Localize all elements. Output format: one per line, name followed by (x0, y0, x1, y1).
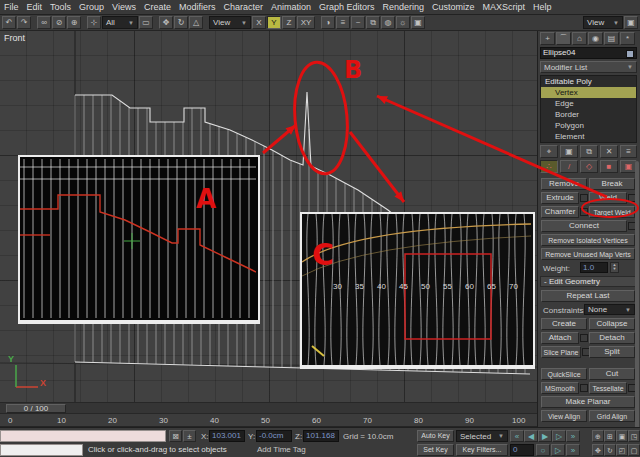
zoom-extents-icon[interactable]: ▣ (616, 430, 628, 442)
tab-hierarchy-icon[interactable]: ⌂ (572, 32, 587, 45)
object-name-field[interactable]: Ellipse04 (540, 47, 637, 59)
stack-item-polygon[interactable]: Polygon (541, 120, 636, 131)
material-editor-icon[interactable]: ◍ (381, 16, 395, 29)
weight-spinner[interactable]: ▲ ▼ (610, 262, 619, 273)
stack-item-editable-poly[interactable]: Editable Poly (541, 76, 636, 87)
set-key-button[interactable]: Set Key (417, 444, 454, 456)
link-icon[interactable]: ∞ (37, 16, 51, 29)
render-icon[interactable]: ▣ (411, 16, 425, 29)
menu-item-graph-editors[interactable]: Graph Editors (315, 2, 379, 12)
stack-item-border[interactable]: Border (541, 109, 636, 120)
x-coordinate-field[interactable]: 103.001 (209, 430, 245, 442)
mirror-icon[interactable]: ◑ (321, 16, 335, 29)
quick-render-icon[interactable]: ▣ (624, 16, 638, 29)
next-key-icon[interactable]: ▷ (551, 444, 565, 456)
menu-item-character[interactable]: Character (219, 2, 267, 12)
menu-item-group[interactable]: Group (75, 2, 108, 12)
curve-editor-icon[interactable]: ~ (351, 16, 365, 29)
next-frame-icon[interactable]: ▷ (552, 430, 566, 442)
play-icon[interactable]: ▶ (538, 430, 552, 442)
maxscript-listener-line[interactable] (0, 444, 83, 456)
absolute-offset-toggle-icon[interactable]: ± (183, 430, 196, 442)
split-button[interactable]: Split (589, 346, 635, 358)
pan-icon[interactable]: ✥ (592, 444, 604, 456)
remove-unused-map-verts-button[interactable]: Remove Unused Map Verts (541, 248, 635, 260)
selection-filter-dropdown[interactable]: All ▼ (102, 16, 138, 29)
end-key-icon[interactable]: » (566, 444, 580, 456)
stack-item-element[interactable]: Element (541, 131, 636, 142)
previous-frame-icon[interactable]: ◀ (524, 430, 538, 442)
create-button[interactable]: Create (541, 318, 587, 330)
grid-align-button[interactable]: Grid Align (589, 410, 635, 422)
weld-button[interactable]: Weld (589, 192, 627, 204)
stack-item-edge[interactable]: Edge (541, 98, 636, 109)
menu-item-rendering[interactable]: Rendering (379, 2, 429, 12)
field-of-view-icon[interactable]: ◰ (616, 444, 628, 456)
tab-utilities-icon[interactable]: * (620, 32, 635, 45)
maximize-viewport-icon[interactable]: ▢ (628, 444, 640, 456)
timeline-ruler[interactable]: 0 10 20 30 40 50 60 70 80 90 100 (0, 414, 537, 427)
weight-field[interactable]: 1.0 (580, 262, 608, 273)
quickslice-button[interactable]: QuickSlice (541, 368, 587, 380)
spinner-down-icon[interactable]: ▼ (611, 267, 618, 271)
rotate-icon[interactable]: ↻ (174, 16, 188, 29)
time-slider-handle[interactable]: 0 / 100 (6, 404, 66, 413)
menu-item-file[interactable]: File (0, 2, 23, 12)
go-to-end-icon[interactable]: » (566, 430, 580, 442)
subobject-polygon-icon[interactable]: ■ (600, 160, 618, 173)
stack-item-vertex-selected[interactable]: Vertex (541, 87, 636, 98)
add-time-tag-button[interactable]: Add Time Tag (257, 445, 306, 454)
chamfer-settings-icon[interactable] (580, 208, 588, 216)
select-object-icon[interactable]: ⊹ (87, 16, 101, 29)
chamfer-button[interactable]: Chamfer (541, 206, 579, 218)
panel-scrollbar[interactable] (635, 161, 639, 441)
remove-button[interactable]: Remove (541, 178, 587, 190)
viewport-label[interactable]: Front (4, 33, 25, 43)
remove-modifier-icon[interactable]: ✕ (600, 145, 618, 158)
constraints-dropdown[interactable]: None ▼ (584, 304, 635, 315)
menu-item-tools[interactable]: Tools (46, 2, 75, 12)
menu-item-maxscript[interactable]: MAXScript (479, 2, 530, 12)
selection-lock-icon[interactable]: ⊠ (169, 430, 182, 442)
region-select-icon[interactable]: ▭ (139, 16, 153, 29)
axis-xy-button[interactable]: XY (297, 16, 315, 29)
tab-display-icon[interactable]: ▤ (604, 32, 619, 45)
pin-stack-icon[interactable]: ⌖ (540, 145, 558, 158)
render-view-dropdown[interactable]: View ▼ (583, 16, 623, 29)
zoom-all-icon[interactable]: ⊞ (604, 430, 616, 442)
auto-key-button[interactable]: Auto Key (417, 430, 454, 442)
subobject-vertex-icon[interactable]: ∴ (540, 160, 558, 173)
detach-button[interactable]: Detach (589, 332, 635, 344)
zoom-region-icon[interactable]: ◳ (628, 430, 640, 442)
menu-item-modifiers[interactable]: Modifiers (175, 2, 220, 12)
tab-create-icon[interactable]: + (540, 32, 555, 45)
go-to-start-icon[interactable]: « (510, 430, 524, 442)
cut-button[interactable]: Cut (589, 368, 635, 380)
reference-coordinate-dropdown[interactable]: View ▼ (209, 16, 251, 29)
axis-x-button[interactable]: X (252, 16, 266, 29)
axis-z-button[interactable]: Z (282, 16, 296, 29)
subobject-edge-icon[interactable]: / (560, 160, 578, 173)
current-frame-field[interactable]: 0 (510, 444, 534, 456)
collapse-button[interactable]: Collapse (589, 318, 635, 330)
menu-item-animation[interactable]: Animation (267, 2, 315, 12)
key-filters-button[interactable]: Key Filters... (456, 444, 508, 456)
attach-settings-icon[interactable] (580, 334, 588, 342)
move-icon[interactable]: ✥ (159, 16, 173, 29)
remove-isolated-vertices-button[interactable]: Remove Isolated Vertices (541, 234, 635, 246)
extrude-button[interactable]: Extrude (541, 192, 579, 204)
target-weld-button[interactable]: Target Weld (589, 206, 635, 218)
edit-geometry-rollout-header[interactable]: - Edit Geometry (540, 276, 637, 287)
bind-to-spacewarp-icon[interactable]: ⊕ (67, 16, 81, 29)
make-planar-button[interactable]: Make Planar (541, 396, 635, 408)
render-setup-icon[interactable]: ☼ (396, 16, 410, 29)
view-align-button[interactable]: View Align (541, 410, 587, 422)
tab-modify-icon[interactable]: ⌒ (556, 32, 571, 45)
time-slider-track[interactable]: 0 / 100 (0, 402, 537, 414)
unlink-icon[interactable]: ⊘ (52, 16, 66, 29)
slice-plane-button[interactable]: Slice Plane (541, 346, 581, 358)
maxscript-macro-recorder-line[interactable] (0, 430, 166, 442)
make-unique-icon[interactable]: ⧉ (580, 145, 598, 158)
schematic-view-icon[interactable]: ⧉ (366, 16, 380, 29)
align-icon[interactable]: ≡ (336, 16, 350, 29)
